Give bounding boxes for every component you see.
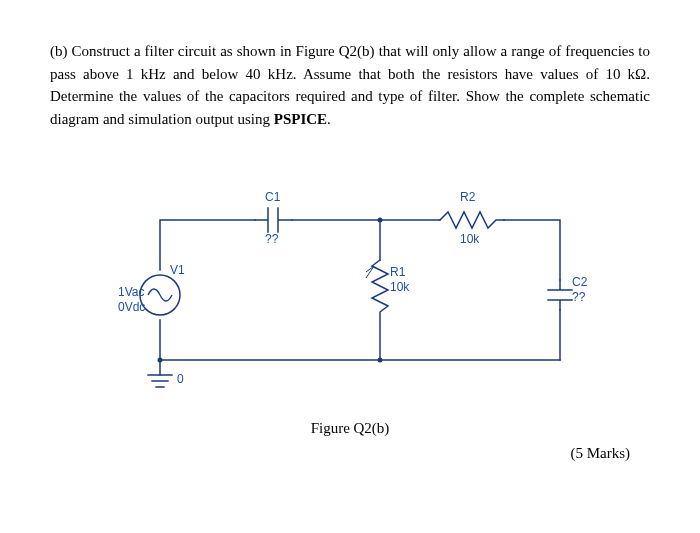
c1-label: C1 bbox=[265, 190, 280, 204]
r1-value: 10k bbox=[390, 280, 409, 294]
question-body: Construct a filter circuit as shown in F… bbox=[50, 43, 650, 127]
circuit-diagram: C1 ?? R2 10k R1 10k C2 ?? V1 1Vac 0Vdc 0 bbox=[90, 150, 610, 410]
question-label: (b) bbox=[50, 43, 68, 59]
svg-point-2 bbox=[378, 358, 383, 363]
v1-vac: 1Vac bbox=[118, 285, 144, 299]
r2-label: R2 bbox=[460, 190, 475, 204]
v1-vdc: 0Vdc bbox=[118, 300, 145, 314]
r1-label: R1 bbox=[390, 265, 405, 279]
svg-point-3 bbox=[158, 358, 163, 363]
question-end: . bbox=[327, 111, 331, 127]
ground-label: 0 bbox=[177, 372, 184, 386]
r2-value: 10k bbox=[460, 232, 479, 246]
svg-point-1 bbox=[378, 218, 383, 223]
circuit-svg bbox=[90, 150, 610, 410]
c2-value: ?? bbox=[572, 290, 585, 304]
c1-value: ?? bbox=[265, 232, 278, 246]
marks-label: (5 Marks) bbox=[50, 445, 650, 462]
question-text: (b) Construct a filter circuit as shown … bbox=[50, 40, 650, 130]
tool-name: PSPICE bbox=[274, 111, 327, 127]
v1-label: V1 bbox=[170, 263, 185, 277]
c2-label: C2 bbox=[572, 275, 587, 289]
figure-caption: Figure Q2(b) bbox=[50, 420, 650, 437]
